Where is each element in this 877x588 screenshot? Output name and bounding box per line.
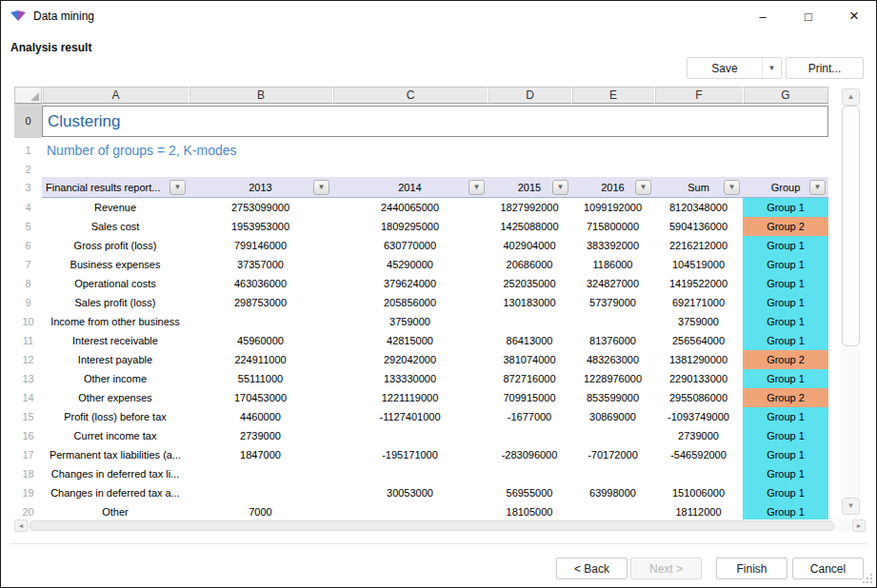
indicator-name-cell[interactable]: Changes in deferred tax li... (42, 464, 189, 483)
horizontal-scrollbar[interactable]: ◄ ► (14, 519, 866, 532)
indicator-name-cell[interactable]: Other income (42, 369, 189, 388)
filter-dropdown-button[interactable]: ▼ (635, 180, 651, 195)
row-header-3[interactable]: 3 (14, 177, 42, 198)
value-cell[interactable]: 2739000 (654, 426, 743, 445)
row-header[interactable]: 20 (14, 502, 42, 519)
value-cell[interactable]: -1677000 (488, 407, 571, 426)
value-cell[interactable] (571, 312, 654, 331)
row-header[interactable]: 7 (14, 255, 42, 274)
value-cell[interactable]: -1127401000 (332, 407, 488, 426)
filter-header-cell[interactable]: 2015▼ (488, 177, 571, 197)
value-cell[interactable]: 2440065000 (332, 198, 488, 217)
indicator-name-cell[interactable]: Business expenses (42, 255, 189, 274)
value-cell[interactable]: 324827000 (571, 274, 654, 293)
groups-subtitle-cell[interactable]: Number of groups = 2, K-modes (42, 138, 828, 162)
row-header[interactable]: 16 (14, 426, 42, 445)
value-cell[interactable]: 20686000 (488, 255, 571, 274)
value-cell[interactable]: 853599000 (571, 388, 654, 407)
column-header-d[interactable]: D (488, 87, 571, 104)
filter-header-cell[interactable]: 2013▼ (189, 177, 332, 197)
row-header[interactable]: 18 (14, 464, 42, 483)
select-all-corner[interactable] (14, 87, 42, 104)
filter-dropdown-button[interactable]: ▼ (809, 180, 826, 195)
value-cell[interactable]: 42815000 (332, 331, 488, 350)
value-cell[interactable]: 1381290000 (654, 350, 743, 369)
value-cell[interactable]: 2216212000 (654, 236, 743, 255)
row-header[interactable]: 8 (14, 274, 42, 293)
column-header-g[interactable]: G (743, 87, 828, 104)
value-cell[interactable]: 5904136000 (654, 217, 743, 236)
value-cell[interactable] (571, 502, 654, 519)
value-cell[interactable]: 1425088000 (488, 217, 571, 236)
row-header[interactable]: 5 (14, 217, 42, 236)
indicator-name-cell[interactable]: Interest payable (42, 350, 189, 369)
row-header[interactable]: 17 (14, 445, 42, 464)
value-cell[interactable]: 170453000 (189, 388, 332, 407)
value-cell[interactable]: 63998000 (571, 483, 654, 502)
cancel-button[interactable]: Cancel (792, 558, 864, 579)
filter-dropdown-button[interactable]: ▼ (468, 180, 485, 195)
indicator-name-cell[interactable]: Permanent tax liabilities (a... (42, 445, 189, 464)
value-cell[interactable] (571, 464, 654, 483)
group-cell[interactable]: Group 2 (743, 217, 828, 236)
group-cell[interactable]: Group 1 (743, 407, 828, 426)
vertical-scroll-track[interactable] (841, 106, 861, 498)
value-cell[interactable]: 4460000 (189, 407, 332, 426)
value-cell[interactable] (488, 464, 571, 483)
value-cell[interactable]: 252035000 (488, 274, 571, 293)
row-header[interactable]: 6 (14, 236, 42, 255)
group-cell[interactable]: Group 1 (743, 502, 828, 519)
value-cell[interactable]: 1953953000 (189, 217, 332, 236)
value-cell[interactable]: 104519000 (654, 255, 743, 274)
value-cell[interactable]: 55111000 (189, 369, 332, 388)
value-cell[interactable]: 133330000 (332, 369, 488, 388)
value-cell[interactable] (189, 483, 332, 502)
value-cell[interactable]: 1221119000 (332, 388, 488, 407)
value-cell[interactable] (189, 464, 332, 483)
value-cell[interactable]: 292042000 (332, 350, 488, 369)
value-cell[interactable]: 86413000 (488, 331, 571, 350)
value-cell[interactable]: 715800000 (571, 217, 654, 236)
filter-dropdown-button[interactable]: ▼ (169, 180, 186, 195)
value-cell[interactable]: 2290133000 (654, 369, 743, 388)
value-cell[interactable]: -70172000 (571, 445, 654, 464)
value-cell[interactable]: 692171000 (654, 293, 743, 312)
group-cell[interactable]: Group 1 (743, 274, 828, 293)
vertical-scrollbar[interactable]: ▲ ▼ (841, 88, 861, 515)
horizontal-scroll-track[interactable] (28, 519, 852, 532)
filter-header-cell[interactable]: Group▼ (743, 177, 828, 197)
value-cell[interactable]: 205856000 (332, 293, 488, 312)
value-cell[interactable]: -283096000 (488, 445, 571, 464)
group-cell[interactable]: Group 1 (743, 426, 828, 445)
minimize-icon[interactable]: – (748, 1, 777, 31)
row-header-2[interactable]: 2 (14, 162, 42, 177)
print-button[interactable]: Print... (786, 57, 864, 79)
value-cell[interactable]: 709915000 (488, 388, 571, 407)
filter-header-cell[interactable]: Financial results report...▼ (42, 177, 189, 197)
value-cell[interactable]: 2753099000 (189, 198, 332, 217)
value-cell[interactable]: 57379000 (571, 293, 654, 312)
value-cell[interactable] (488, 426, 571, 445)
row-header-0[interactable]: 0 (14, 104, 42, 138)
filter-dropdown-button[interactable]: ▼ (313, 180, 329, 195)
row-header[interactable]: 14 (14, 388, 42, 407)
value-cell[interactable] (488, 312, 571, 331)
filter-dropdown-button[interactable]: ▼ (552, 180, 568, 195)
maximize-icon[interactable]: □ (794, 1, 823, 31)
row-header[interactable]: 12 (14, 350, 42, 369)
save-dropdown-button[interactable]: ▼ (762, 58, 781, 78)
group-cell[interactable]: Group 1 (743, 464, 828, 483)
value-cell[interactable]: 18112000 (654, 502, 743, 519)
value-cell[interactable]: 8120348000 (654, 198, 743, 217)
group-cell[interactable]: Group 1 (743, 236, 828, 255)
value-cell[interactable]: 56955000 (488, 483, 571, 502)
indicator-name-cell[interactable]: Profit (loss) before tax (42, 407, 189, 426)
filter-header-cell[interactable]: 2016▼ (571, 177, 654, 197)
value-cell[interactable]: 151006000 (654, 483, 743, 502)
next-button[interactable]: Next > (630, 558, 702, 579)
value-cell[interactable]: 2739000 (189, 426, 332, 445)
scroll-left-button[interactable]: ◄ (14, 519, 28, 532)
close-icon[interactable]: × (840, 1, 868, 31)
group-cell[interactable]: Group 1 (743, 369, 828, 388)
value-cell[interactable]: 45960000 (189, 331, 332, 350)
